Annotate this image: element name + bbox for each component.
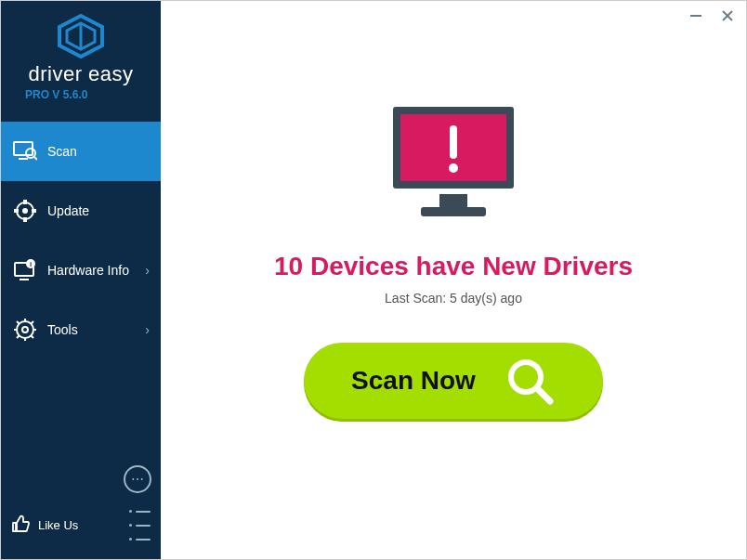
svg-line-26	[17, 335, 20, 338]
like-label[interactable]: Like Us	[38, 518, 129, 532]
search-icon	[504, 355, 556, 407]
svg-line-25	[31, 321, 33, 324]
headline: 10 Devices have New Drivers	[274, 252, 633, 281]
menu-icon[interactable]	[129, 504, 151, 546]
svg-rect-9	[23, 217, 27, 222]
svg-line-23	[17, 321, 20, 324]
svg-point-12	[22, 208, 28, 214]
sidebar-item-label: Scan	[47, 144, 150, 159]
scan-now-button[interactable]: Scan Now	[304, 343, 603, 419]
svg-rect-32	[439, 194, 467, 207]
sidebar-item-hardware-info[interactable]: i Hardware Info ›	[1, 241, 161, 300]
svg-point-18	[22, 327, 28, 332]
svg-rect-33	[421, 207, 486, 216]
svg-rect-10	[14, 209, 19, 213]
scan-now-label: Scan Now	[351, 366, 476, 396]
app-version: PRO V 5.6.0	[1, 88, 161, 101]
tools-icon	[12, 317, 38, 343]
app-window: driver easy PRO V 5.6.0 Scan Update i	[0, 0, 747, 560]
svg-line-24	[31, 335, 33, 338]
svg-rect-8	[23, 200, 27, 204]
svg-text:i: i	[30, 260, 32, 268]
svg-line-6	[34, 157, 37, 160]
sidebar-nav: Scan Update i Hardware Info › Tools	[1, 122, 161, 458]
sidebar-item-update[interactable]: Update	[1, 181, 161, 241]
update-icon	[12, 198, 38, 224]
svg-rect-11	[32, 209, 36, 213]
svg-point-35	[449, 163, 458, 173]
logo-area: driver easy PRO V 5.6.0	[1, 1, 161, 109]
chevron-right-icon: ›	[145, 322, 150, 337]
sidebar-item-scan[interactable]: Scan	[1, 122, 161, 181]
close-button[interactable]	[718, 7, 737, 25]
sidebar-item-label: Tools	[47, 322, 145, 337]
sidebar-item-label: Hardware Info	[47, 263, 145, 278]
alert-monitor-icon	[384, 101, 523, 226]
app-name: driver easy	[1, 62, 161, 86]
sidebar-bottom: Like Us	[1, 458, 161, 559]
svg-point-5	[26, 149, 35, 158]
hardware-icon: i	[12, 257, 38, 283]
chevron-right-icon: ›	[145, 263, 150, 278]
minimize-button[interactable]	[687, 7, 705, 25]
last-scan-text: Last Scan: 5 day(s) ago	[385, 291, 522, 306]
sidebar-item-tools[interactable]: Tools ›	[1, 300, 161, 359]
svg-line-37	[537, 388, 550, 401]
sidebar-item-label: Update	[47, 203, 150, 218]
scan-icon	[12, 138, 38, 164]
like-icon[interactable]	[10, 514, 31, 538]
main-panel: 10 Devices have New Drivers Last Scan: 5…	[161, 1, 746, 559]
sidebar: driver easy PRO V 5.6.0 Scan Update i	[1, 1, 161, 559]
app-logo-icon	[56, 14, 106, 59]
titlebar	[687, 7, 737, 25]
feedback-icon[interactable]	[124, 465, 151, 493]
